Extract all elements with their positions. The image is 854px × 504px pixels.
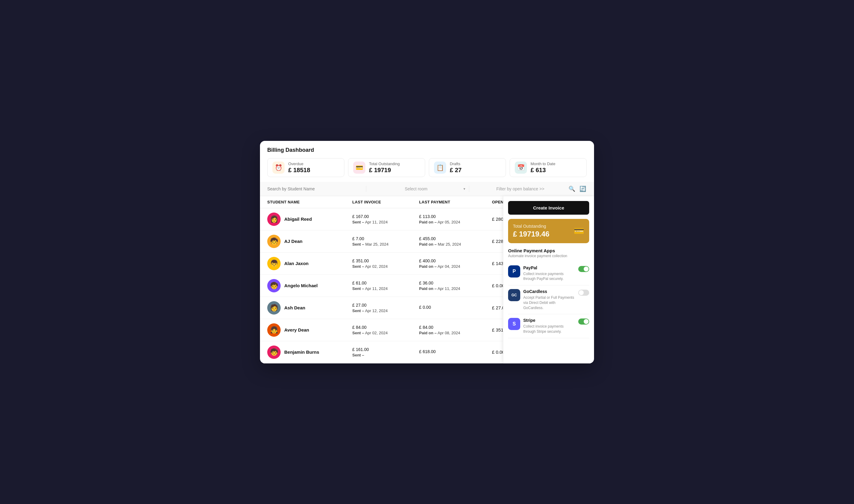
divider [366,186,366,192]
student-name: Alan Jaxon [284,261,308,266]
student-name: Angelo Michael [284,283,318,288]
stat-card-month_to_date: 📅 Month to Date £ 613 [510,158,587,177]
last-invoice-cell: £ 351.00 Sent – Apr 02, 2024 [352,258,419,269]
stat-info-drafts: Drafts £ 27 [450,162,462,174]
payment-amount: £ 0.00 [419,305,492,310]
last-payment-cell: £ 113.00 Paid on – Apr 05, 2024 [419,214,492,224]
invoice-date: Sent – Apr 02, 2024 [352,264,419,269]
last-payment-cell: £ 455.00 Paid on – Mar 25, 2024 [419,236,492,247]
gocardless-desc: Accept Partial or Full Payments via Dire… [523,295,575,310]
room-select-wrapper[interactable]: Select room ▾ [370,186,465,191]
stat-label-drafts: Drafts [450,162,462,166]
last-payment-cell: £ 400.00 Paid on – Apr 04, 2024 [419,258,492,269]
payment-amount: £ 84.00 [419,325,492,330]
create-invoice-button[interactable]: Create Invoice [508,201,589,215]
stat-info-month_to_date: Month to Date £ 613 [531,162,555,174]
invoice-amount: £ 84.00 [352,325,419,330]
avatar: 👩 [267,213,281,226]
stat-card-drafts: 📋 Drafts £ 27 [429,158,506,177]
invoice-date: Sent – Apr 11, 2024 [352,286,419,291]
student-name: Benjamin Burns [284,349,319,355]
payment-amount: £ 455.00 [419,236,492,241]
payment-apps-list: P PayPal Collect invoice payments throug… [508,262,589,339]
avatar: 🧒 [267,345,281,359]
search-button[interactable]: 🔍 [568,185,576,193]
search-input[interactable] [267,186,362,191]
student-name: Ash Dean [284,305,305,310]
student-name: Avery Dean [284,327,309,332]
total-outstanding-card: Total Outstanding £ 19719.46 💳 [508,219,589,243]
payment-app-paypal: P PayPal Collect invoice payments throug… [508,262,589,286]
gocardless-logo: GC [508,289,520,301]
balance-filter[interactable]: Filter by open balance >> [473,186,568,191]
student-cell: 🧒 AJ Dean [267,235,352,248]
side-panel: Create Invoice Total Outstanding £ 19719… [503,196,594,363]
divider2 [469,186,469,192]
student-cell: 👧 Avery Dean [267,323,352,337]
invoice-amount: £ 167.00 [352,214,419,219]
payment-date: Paid on – Mar 25, 2024 [419,242,492,247]
last-invoice-cell: £ 161.00 Sent – [352,347,419,357]
last-invoice-cell: £ 61.00 Sent – Apr 11, 2024 [352,281,419,291]
gocardless-info: GoCardless Accept Partial or Full Paymen… [523,289,575,310]
paypal-toggle[interactable] [578,266,589,272]
stat-info-overdue: Overdue £ 18518 [288,162,310,174]
avatar: 🧑 [267,301,281,314]
student-cell: 🧒 Angelo Michael [267,279,352,292]
payment-app-stripe: S Stripe Collect invoice payments throug… [508,314,589,338]
last-invoice-cell: £ 7.00 Sent – Mar 25, 2024 [352,236,419,247]
payment-date: Paid on – Apr 05, 2024 [419,220,492,224]
stat-info-total_outstanding: Total Outstanding £ 19719 [369,162,400,174]
stat-label-month_to_date: Month to Date [531,162,555,166]
stat-value-overdue: £ 18518 [288,167,310,174]
gocardless-toggle[interactable] [578,290,589,296]
stripe-desc: Collect invoice payments through Stripe … [523,324,575,334]
search-actions: 🔍 🔄 [568,185,587,193]
app-title: Billing Dashboard [267,147,587,153]
search-bar-row: Select room ▾ Filter by open balance >> … [260,182,594,196]
stat-card-overdue: ⏰ Overdue £ 18518 [267,158,344,177]
payment-amount: £ 400.00 [419,258,492,263]
stripe-toggle[interactable] [578,319,589,325]
payment-date: Paid on – Apr 04, 2024 [419,264,492,269]
payment-date: Paid on – Apr 11, 2024 [419,286,492,291]
refresh-button[interactable]: 🔄 [579,185,587,193]
main-content: STUDENT NAMELAST INVOICELAST PAYMENTOPEN… [260,196,594,363]
stripe-info: Stripe Collect invoice payments through … [523,318,575,334]
avatar: 👧 [267,323,281,337]
invoice-amount: £ 27.00 [352,303,419,308]
avatar: 🧒 [267,279,281,292]
gocardless-name: GoCardless [523,289,575,294]
paypal-name: PayPal [523,265,575,270]
table-column-header: STUDENT NAME [267,200,352,204]
last-payment-cell: £ 36.00 Paid on – Apr 11, 2024 [419,281,492,291]
student-cell: 🧒 Benjamin Burns [267,345,352,359]
stat-value-drafts: £ 27 [450,167,462,174]
total-outstanding-label: Total Outstanding [513,224,549,229]
payment-amount: £ 618.00 [419,349,492,354]
last-payment-cell: £ 0.00 [419,305,492,311]
header: Billing Dashboard ⏰ Overdue £ 18518 💳 To… [260,141,594,177]
last-payment-cell: £ 84.00 Paid on – Apr 08, 2024 [419,325,492,335]
invoice-amount: £ 7.00 [352,236,419,241]
invoice-amount: £ 61.00 [352,281,419,285]
student-name: Abigail Reed [284,216,312,222]
stat-value-month_to_date: £ 613 [531,167,555,174]
invoice-date: Sent – Apr 12, 2024 [352,308,419,313]
avatar: 🧒 [267,235,281,248]
app-container: Billing Dashboard ⏰ Overdue £ 18518 💳 To… [260,141,594,363]
invoice-amount: £ 351.00 [352,258,419,263]
invoice-amount: £ 161.00 [352,347,419,352]
payment-date: Paid on – Apr 08, 2024 [419,331,492,335]
payment-apps-subtitle: Automate invoice payment collection [508,254,589,258]
last-invoice-cell: £ 84.00 Sent – Apr 02, 2024 [352,325,419,335]
invoice-date: Sent – Apr 11, 2024 [352,220,419,224]
avatar: 👦 [267,257,281,270]
chevron-down-icon: ▾ [463,187,465,191]
student-cell: 🧑 Ash Dean [267,301,352,314]
table-column-header: LAST PAYMENT [419,200,492,204]
stat-label-overdue: Overdue [288,162,310,166]
payment-amount: £ 36.00 [419,281,492,285]
student-name: AJ Dean [284,239,302,244]
last-payment-cell: £ 618.00 [419,349,492,355]
